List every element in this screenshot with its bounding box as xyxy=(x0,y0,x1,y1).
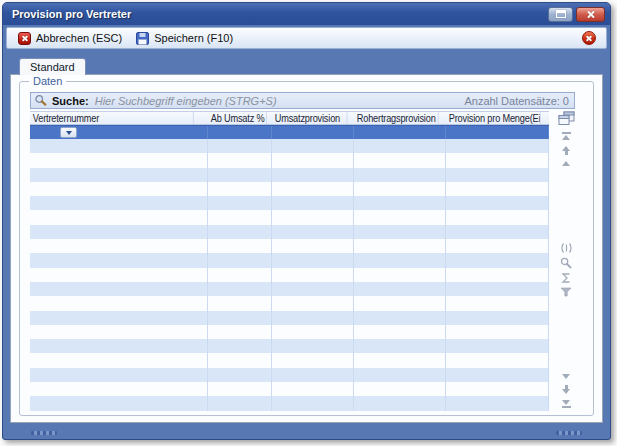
empty-row[interactable] xyxy=(30,396,549,410)
grid-cell[interactable] xyxy=(30,396,208,410)
empty-row[interactable] xyxy=(30,210,549,224)
grid-cell[interactable] xyxy=(272,239,354,253)
sum-icon[interactable] xyxy=(560,273,572,283)
grid-cell[interactable] xyxy=(208,239,272,253)
grid-cell[interactable] xyxy=(208,182,272,196)
close-button[interactable] xyxy=(576,7,605,22)
grid-cell[interactable] xyxy=(272,311,354,325)
grid-cell[interactable] xyxy=(446,210,549,224)
grid-cell[interactable] xyxy=(354,239,446,253)
grid-cell[interactable] xyxy=(354,396,446,410)
grid-cell[interactable] xyxy=(354,282,446,296)
empty-row[interactable] xyxy=(30,268,549,282)
grid-cell[interactable] xyxy=(272,296,354,310)
grid-cell[interactable] xyxy=(272,196,354,210)
empty-row[interactable] xyxy=(30,225,549,239)
tab-standard[interactable]: Standard xyxy=(19,58,86,75)
resize-grip[interactable] xyxy=(556,431,582,435)
search-record-icon[interactable] xyxy=(560,257,572,269)
grid-cell[interactable] xyxy=(208,382,272,396)
grid-cell[interactable] xyxy=(208,325,272,339)
empty-row[interactable] xyxy=(30,339,549,353)
grid-cell[interactable] xyxy=(446,139,549,153)
empty-row[interactable] xyxy=(30,168,549,182)
grid-cell[interactable] xyxy=(208,339,272,353)
empty-row[interactable] xyxy=(30,153,549,167)
grid-cell[interactable] xyxy=(30,126,208,139)
grid-cell[interactable] xyxy=(354,253,446,267)
grid-cell[interactable] xyxy=(446,396,549,410)
grid-cell[interactable] xyxy=(354,168,446,182)
grid-cell[interactable] xyxy=(446,296,549,310)
grid-cell[interactable] xyxy=(272,396,354,410)
empty-row[interactable] xyxy=(30,382,549,396)
empty-row[interactable] xyxy=(30,296,549,310)
grid-cell[interactable] xyxy=(272,382,354,396)
grid-cell[interactable] xyxy=(272,339,354,353)
grid-cell[interactable] xyxy=(446,225,549,239)
grid-cell[interactable] xyxy=(272,182,354,196)
grid-cell[interactable] xyxy=(208,282,272,296)
empty-row[interactable] xyxy=(30,311,549,325)
grid-cell[interactable] xyxy=(30,182,208,196)
grid-cell[interactable] xyxy=(446,253,549,267)
grid-cell[interactable] xyxy=(354,210,446,224)
grid-cell[interactable] xyxy=(272,168,354,182)
grid-cell[interactable] xyxy=(446,368,549,382)
grid-cell[interactable] xyxy=(208,268,272,282)
grid-cell[interactable] xyxy=(354,196,446,210)
grid-cell[interactable] xyxy=(446,339,549,353)
grid-cell[interactable] xyxy=(272,225,354,239)
grid-cell[interactable] xyxy=(446,353,549,367)
column-header[interactable]: Provision pro Menge(Einheit) xyxy=(446,112,541,124)
grid-cell[interactable] xyxy=(30,239,208,253)
selected-row[interactable] xyxy=(30,125,549,139)
cancel-button[interactable]: Abbrechen (ESC) xyxy=(13,30,127,47)
grid-cell[interactable] xyxy=(272,282,354,296)
grid-cell[interactable] xyxy=(446,311,549,325)
grid-cell[interactable] xyxy=(30,382,208,396)
grid-cell[interactable] xyxy=(272,268,354,282)
page-up-button[interactable] xyxy=(562,146,570,155)
resize-grip[interactable] xyxy=(31,431,57,435)
stop-icon[interactable] xyxy=(582,31,596,45)
empty-row[interactable] xyxy=(30,182,549,196)
grid-cell[interactable] xyxy=(272,139,354,153)
grid-cell[interactable] xyxy=(446,168,549,182)
grid-cell[interactable] xyxy=(30,210,208,224)
go-last-button[interactable] xyxy=(562,400,571,408)
grid-cell[interactable] xyxy=(208,353,272,367)
grid-cell[interactable] xyxy=(354,126,446,139)
grid-cell[interactable] xyxy=(30,168,208,182)
grid-cell[interactable] xyxy=(30,353,208,367)
save-button[interactable]: Speichern (F10) xyxy=(131,30,238,47)
empty-row[interactable] xyxy=(30,196,549,210)
grid-cell[interactable] xyxy=(446,182,549,196)
grid-cell[interactable] xyxy=(446,325,549,339)
edit-record-icon[interactable] xyxy=(560,243,573,253)
grid-cell[interactable] xyxy=(272,153,354,167)
empty-row[interactable] xyxy=(30,253,549,267)
grid-cell[interactable] xyxy=(354,339,446,353)
grid-cell[interactable] xyxy=(208,253,272,267)
grid-cell[interactable] xyxy=(354,368,446,382)
grid-cell[interactable] xyxy=(272,210,354,224)
grid-cell[interactable] xyxy=(272,368,354,382)
grid-cell[interactable] xyxy=(354,382,446,396)
grid-cell[interactable] xyxy=(208,296,272,310)
grid-cell[interactable] xyxy=(354,353,446,367)
grid-cell[interactable] xyxy=(272,126,354,139)
grid-cell[interactable] xyxy=(354,182,446,196)
grid-cell[interactable] xyxy=(208,168,272,182)
grid-cell[interactable] xyxy=(30,225,208,239)
grid-cell[interactable] xyxy=(272,353,354,367)
grid-cell[interactable] xyxy=(30,368,208,382)
grid-cell[interactable] xyxy=(208,196,272,210)
empty-row[interactable] xyxy=(30,239,549,253)
page-down-button[interactable] xyxy=(562,385,570,394)
grid-cell[interactable] xyxy=(208,126,272,139)
filter-icon[interactable] xyxy=(560,287,572,297)
grid-cell[interactable] xyxy=(354,225,446,239)
grid-cell[interactable] xyxy=(208,368,272,382)
column-header[interactable]: Ab Umsatz % xyxy=(208,112,267,124)
